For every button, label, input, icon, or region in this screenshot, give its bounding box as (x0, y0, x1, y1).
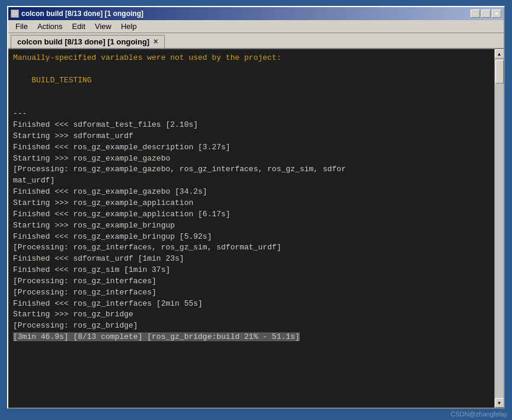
main-window: □ colcon build [8/13 done] [1 ongoing] ─… (7, 6, 505, 409)
title-buttons: ─ □ ✕ (471, 9, 501, 18)
content-area: Manually-specified variables were not us… (8, 49, 504, 408)
terminal-output[interactable]: Manually-specified variables were not us… (8, 49, 494, 408)
maximize-button[interactable]: □ (481, 9, 491, 18)
scroll-track[interactable] (495, 59, 504, 398)
close-button[interactable]: ✕ (492, 9, 501, 18)
menu-actions[interactable]: Actions (33, 21, 68, 32)
tab-close-icon[interactable]: ✕ (153, 38, 158, 46)
watermark: CSDN@zhangfelay (450, 411, 507, 418)
scroll-down-button[interactable]: ▼ (495, 398, 504, 408)
title-bar: □ colcon build [8/13 done] [1 ongoing] ─… (8, 7, 504, 20)
window-title: colcon build [8/13 done] [1 ongoing] (21, 9, 143, 18)
scroll-up-button[interactable]: ▲ (495, 49, 504, 59)
menu-help[interactable]: Help (116, 21, 142, 32)
menu-bar: File Actions Edit View Help (8, 20, 504, 33)
menu-view[interactable]: View (90, 21, 116, 32)
menu-edit[interactable]: Edit (68, 21, 90, 32)
window-icon: □ (11, 9, 19, 18)
title-bar-left: □ colcon build [8/13 done] [1 ongoing] (11, 9, 143, 18)
minimize-button[interactable]: ─ (471, 9, 480, 18)
tab-colcon-build[interactable]: colcon build [8/13 done] [1 ongoing] ✕ (11, 35, 165, 48)
tab-bar: colcon build [8/13 done] [1 ongoing] ✕ (8, 33, 504, 49)
tab-label: colcon build [8/13 done] [1 ongoing] (17, 37, 149, 46)
scroll-thumb[interactable] (495, 60, 504, 84)
scrollbar[interactable]: ▲ ▼ (494, 49, 504, 408)
menu-file[interactable]: File (11, 21, 33, 32)
